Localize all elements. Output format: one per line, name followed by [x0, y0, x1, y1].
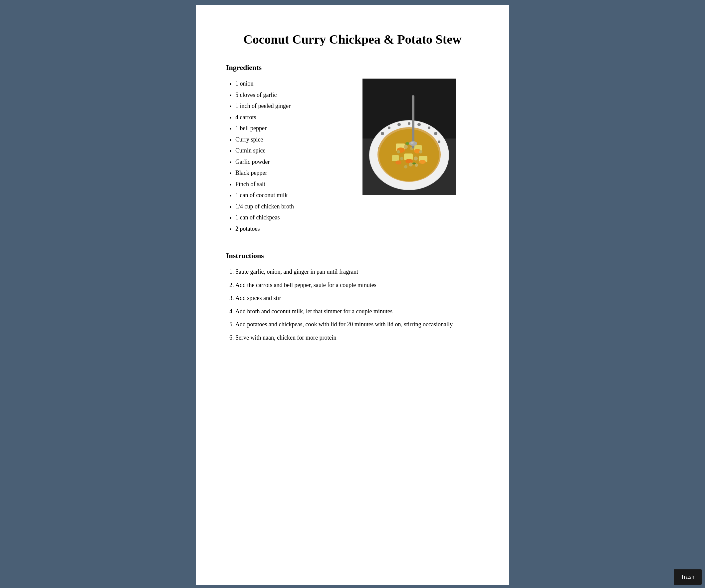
- ingredient-item: 1 inch of peeled ginger: [235, 101, 352, 111]
- instruction-item: Saute garlic, onion, and ginger in pan u…: [235, 267, 479, 277]
- instruction-item: Add the carrots and bell pepper, saute f…: [235, 280, 479, 291]
- ingredient-item: 1/4 cup of chicken broth: [235, 201, 352, 212]
- ingredients-list: 1 onion5 cloves of garlic1 inch of peele…: [226, 79, 352, 235]
- instruction-item: Serve with naan, chicken for more protei…: [235, 333, 479, 343]
- svg-point-6: [397, 123, 401, 126]
- ingredients-section: Ingredients 1 onion5 cloves of garlic1 i…: [226, 63, 479, 235]
- svg-point-30: [414, 156, 418, 161]
- svg-point-4: [381, 132, 384, 135]
- instructions-list: Saute garlic, onion, and ginger in pan u…: [226, 267, 479, 343]
- document-page: Coconut Curry Chickpea & Potato Stew Ing…: [196, 5, 509, 585]
- svg-point-10: [434, 132, 437, 135]
- recipe-food-image: [363, 79, 456, 195]
- trash-button[interactable]: Trash: [674, 569, 702, 585]
- ingredient-item: 5 cloves of garlic: [235, 90, 352, 100]
- ingredient-item: Black pepper: [235, 168, 352, 178]
- ingredients-heading: Ingredients: [226, 63, 479, 72]
- recipe-title: Coconut Curry Chickpea & Potato Stew: [226, 32, 479, 47]
- ingredient-item: 1 bell pepper: [235, 123, 352, 134]
- svg-point-28: [404, 145, 408, 149]
- ingredient-item: Pinch of salt: [235, 179, 352, 190]
- svg-point-41: [411, 142, 414, 144]
- ingredient-item: 2 potatoes: [235, 224, 352, 234]
- svg-point-38: [412, 163, 416, 165]
- ingredient-item: 1 can of coconut milk: [235, 190, 352, 201]
- recipe-image: [363, 79, 456, 195]
- svg-rect-21: [392, 155, 399, 161]
- svg-point-31: [400, 157, 404, 160]
- svg-point-33: [404, 165, 408, 169]
- svg-point-37: [406, 142, 410, 145]
- instructions-heading: Instructions: [226, 252, 479, 260]
- ingredient-item: Garlic powder: [235, 157, 352, 168]
- svg-point-9: [428, 127, 430, 129]
- recipe-image-container: [363, 79, 456, 195]
- instruction-item: Add spices and stir: [235, 293, 479, 304]
- svg-point-8: [417, 123, 421, 126]
- svg-point-5: [388, 127, 390, 129]
- svg-point-27: [419, 160, 426, 164]
- svg-point-26: [395, 161, 402, 165]
- ingredients-layout: 1 onion5 cloves of garlic1 inch of peele…: [226, 79, 479, 235]
- ingredient-item: 1 can of chickpeas: [235, 213, 352, 223]
- svg-point-35: [397, 150, 400, 153]
- ingredients-list-items: 1 onion5 cloves of garlic1 inch of peele…: [226, 79, 352, 234]
- ingredient-item: 4 carrots: [235, 112, 352, 123]
- svg-point-36: [419, 150, 422, 153]
- instructions-section: Instructions Saute garlic, onion, and gi…: [226, 252, 479, 343]
- instruction-item: Add broth and coconut milk, let that sim…: [235, 306, 479, 317]
- ingredient-item: Curry spice: [235, 135, 352, 145]
- ingredient-item: Cumin spice: [235, 145, 352, 156]
- svg-rect-39: [412, 95, 414, 148]
- svg-point-11: [438, 140, 440, 143]
- svg-point-7: [408, 122, 411, 125]
- instruction-item: Add potatoes and chickpeas, cook with li…: [235, 319, 479, 330]
- svg-point-32: [409, 163, 413, 167]
- ingredient-item: 1 onion: [235, 79, 352, 89]
